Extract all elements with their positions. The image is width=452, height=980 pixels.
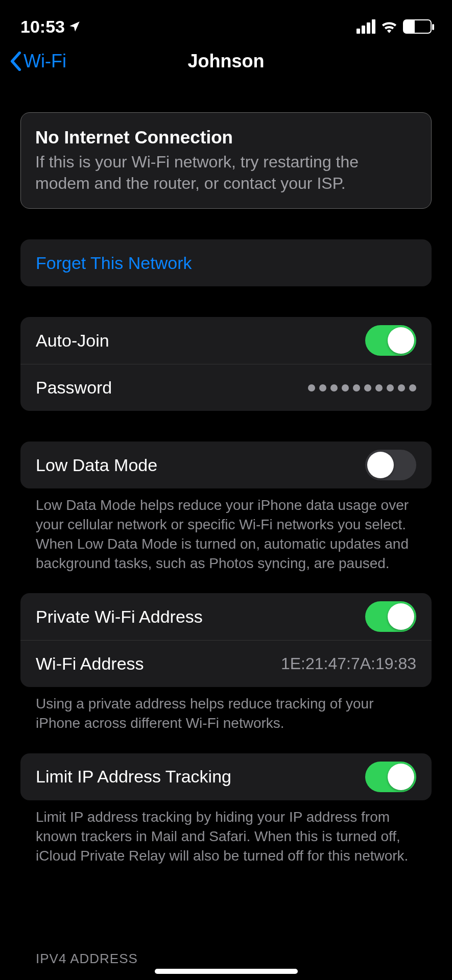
location-icon bbox=[68, 20, 81, 33]
password-row[interactable]: Password bbox=[20, 364, 432, 411]
nav-bar: Wi-Fi Johnson bbox=[0, 46, 452, 77]
limit-ip-tracking-row: Limit IP Address Tracking bbox=[20, 753, 432, 800]
alert-title: No Internet Connection bbox=[35, 127, 417, 148]
auto-join-label: Auto-Join bbox=[36, 331, 109, 351]
alert-body: If this is your Wi-Fi network, try resta… bbox=[35, 152, 417, 194]
wifi-address-row[interactable]: Wi-Fi Address 1E:21:47:7A:19:83 bbox=[20, 640, 432, 687]
status-time-container: 10:53 bbox=[20, 17, 81, 37]
back-label: Wi-Fi bbox=[23, 51, 66, 72]
status-icons bbox=[356, 19, 432, 34]
back-button[interactable]: Wi-Fi bbox=[10, 51, 66, 72]
forget-network-label: Forget This Network bbox=[36, 253, 192, 273]
home-indicator[interactable] bbox=[0, 969, 452, 974]
low-data-mode-toggle[interactable] bbox=[365, 450, 416, 480]
status-bar: 10:53 bbox=[0, 0, 452, 46]
private-wifi-address-toggle[interactable] bbox=[365, 601, 416, 632]
password-value bbox=[308, 384, 416, 391]
forget-network-button[interactable]: Forget This Network bbox=[20, 239, 432, 286]
low-data-mode-row: Low Data Mode bbox=[20, 442, 432, 488]
chevron-left-icon bbox=[10, 52, 21, 71]
limit-ip-tracking-label: Limit IP Address Tracking bbox=[36, 767, 231, 787]
battery-icon bbox=[403, 19, 432, 34]
page-title: Johnson bbox=[0, 51, 452, 72]
password-label: Password bbox=[36, 378, 112, 398]
private-wifi-address-footer: Using a private address helps reduce tra… bbox=[20, 687, 432, 733]
wifi-address-value: 1E:21:47:7A:19:83 bbox=[281, 654, 416, 673]
no-internet-alert: No Internet Connection If this is your W… bbox=[20, 112, 432, 209]
private-wifi-address-row: Private Wi-Fi Address bbox=[20, 593, 432, 640]
wifi-icon bbox=[380, 20, 398, 33]
low-data-mode-footer: Low Data Mode helps reduce your iPhone d… bbox=[20, 488, 432, 573]
auto-join-row: Auto-Join bbox=[20, 317, 432, 364]
auto-join-toggle[interactable] bbox=[365, 325, 416, 356]
status-time: 10:53 bbox=[20, 17, 65, 37]
private-wifi-address-label: Private Wi-Fi Address bbox=[36, 607, 203, 627]
wifi-address-label: Wi-Fi Address bbox=[36, 654, 144, 674]
low-data-mode-label: Low Data Mode bbox=[36, 455, 157, 475]
limit-ip-tracking-toggle[interactable] bbox=[365, 762, 416, 792]
cellular-signal-icon bbox=[356, 19, 375, 34]
limit-ip-tracking-footer: Limit IP address tracking by hiding your… bbox=[20, 800, 432, 865]
ipv4-address-header: IPV4 ADDRESS bbox=[20, 951, 138, 967]
